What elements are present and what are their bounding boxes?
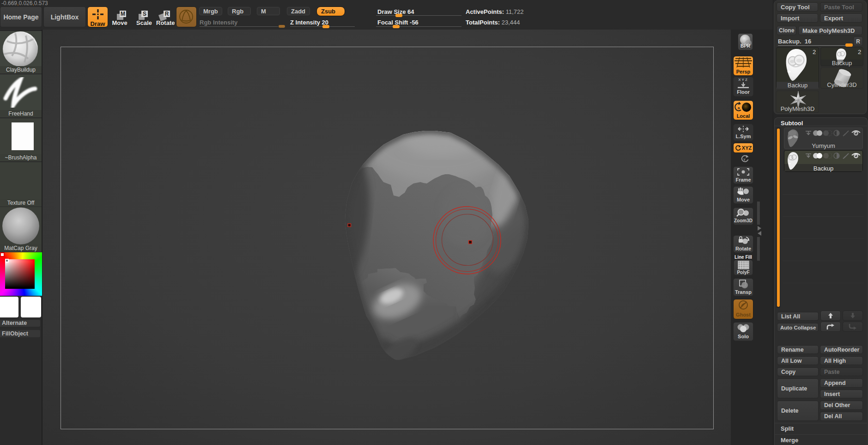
- svg-text:Y: Y: [743, 158, 746, 161]
- svg-text:a: a: [738, 106, 740, 110]
